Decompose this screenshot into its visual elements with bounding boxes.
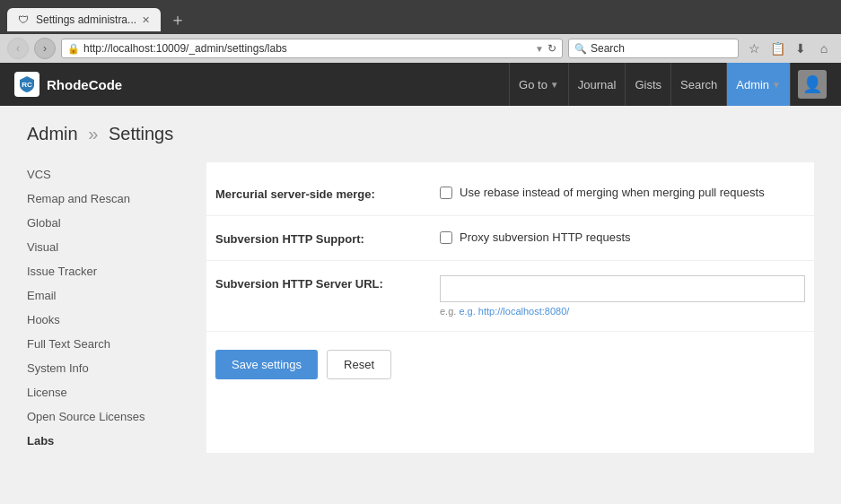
browser-chrome: 🛡 Settings administra... ✕ ＋	[0, 0, 841, 34]
tab-favicon: 🛡	[18, 13, 31, 26]
svn-http-checkbox-row: Proxy subversion HTTP requests	[440, 230, 805, 244]
svn-url-hint-link[interactable]: e.g. http://localhost:8080/	[459, 306, 569, 317]
mercurial-merge-control: Use rebase instead of merging when mergi…	[440, 186, 805, 199]
nav-goto[interactable]: Go to ▼	[509, 63, 569, 106]
settings-main: Mercurial server-side merge: Use rebase …	[206, 162, 814, 453]
admin-arrow-icon: ▼	[772, 80, 781, 90]
form-actions: Save settings Reset	[206, 332, 814, 397]
new-tab-button[interactable]: ＋	[162, 5, 193, 34]
save-settings-button[interactable]: Save settings	[215, 350, 318, 379]
svn-url-input[interactable]	[440, 275, 805, 302]
settings-form: Mercurial server-side merge: Use rebase …	[206, 162, 814, 406]
url-security-icon: 🔒	[67, 43, 80, 55]
sidebar-item-vcs[interactable]: VCS	[27, 162, 188, 187]
app-logo-text: RhodeCode	[47, 77, 122, 92]
avatar-icon: 👤	[802, 74, 822, 94]
browser-search-text: Search	[591, 42, 625, 55]
tab-title: Settings administra...	[36, 13, 136, 26]
app-logo[interactable]: RC RhodeCode	[14, 72, 122, 97]
mercurial-merge-checkbox[interactable]	[440, 187, 452, 199]
tab-close-button[interactable]: ✕	[142, 14, 150, 26]
svg-text:RC: RC	[22, 81, 32, 89]
goto-arrow-icon: ▼	[550, 80, 559, 90]
svn-http-checkbox[interactable]	[440, 231, 452, 244]
mercurial-merge-checkbox-label: Use rebase instead of merging when mergi…	[460, 186, 765, 199]
browser-search-icon: 🔍	[574, 43, 587, 55]
nav-gists-label: Gists	[635, 78, 661, 91]
download-icon[interactable]: ⬇	[791, 39, 810, 58]
breadcrumb-settings: Settings	[109, 124, 173, 143]
sidebar-item-license[interactable]: License	[27, 380, 188, 404]
logo-shield-icon: RC	[14, 72, 39, 97]
forward-button[interactable]: ›	[34, 38, 56, 59]
nav-search-label: Search	[680, 78, 717, 91]
page-content: Admin » Settings VCS Remap and Rescan Gl…	[0, 106, 841, 504]
nav-journal[interactable]: Journal	[569, 63, 626, 106]
mercurial-merge-label: Mercurial server-side merge:	[215, 186, 422, 201]
bookmarks-icon[interactable]: ☆	[744, 39, 764, 58]
sidebar-item-email[interactable]: Email	[27, 283, 188, 308]
reader-icon[interactable]: 📋	[767, 39, 787, 58]
browser-toolbar: ‹ › 🔒 http://localhost:10009/_admin/sett…	[0, 34, 841, 63]
reset-button[interactable]: Reset	[327, 350, 391, 379]
url-dropdown-icon[interactable]: ▼	[535, 44, 544, 54]
sidebar-item-global[interactable]: Global	[27, 211, 188, 235]
nav-admin[interactable]: Admin ▼	[727, 63, 791, 106]
svn-http-support-label: Subversion HTTP Support:	[215, 230, 422, 246]
browser-search-bar[interactable]: 🔍 Search	[568, 39, 739, 58]
content-layout: VCS Remap and Rescan Global Visual Issue…	[27, 162, 814, 453]
app-nav: Go to ▼ Journal Gists Search Admin ▼ 👤	[509, 63, 827, 106]
sidebar-item-open-source[interactable]: Open Source Licenses	[27, 404, 188, 429]
nav-search[interactable]: Search	[671, 63, 727, 106]
svn-url-row: Subversion HTTP Server URL: e.g. e.g. ht…	[206, 261, 814, 332]
svn-http-support-row: Subversion HTTP Support: Proxy subversio…	[206, 216, 814, 261]
nav-admin-label: Admin	[736, 78, 769, 91]
sidebar-item-full-text-search[interactable]: Full Text Search	[27, 332, 188, 356]
sidebar-item-remap[interactable]: Remap and Rescan	[27, 187, 188, 211]
breadcrumb-separator: »	[88, 124, 98, 143]
svn-url-hint: e.g. e.g. http://localhost:8080/	[440, 306, 805, 317]
sidebar-item-system-info[interactable]: System Info	[27, 356, 188, 380]
active-tab: 🛡 Settings administra... ✕	[7, 8, 161, 31]
nav-gists[interactable]: Gists	[626, 63, 671, 106]
user-avatar[interactable]: 👤	[798, 70, 827, 99]
url-bar[interactable]: 🔒 http://localhost:10009/_admin/settings…	[61, 39, 563, 58]
refresh-button[interactable]: ↻	[548, 42, 556, 55]
svn-url-label: Subversion HTTP Server URL:	[215, 275, 422, 291]
page-title: Admin » Settings	[27, 124, 814, 144]
nav-journal-label: Journal	[578, 78, 617, 91]
app-header: RC RhodeCode Go to ▼ Journal Gists Searc…	[0, 63, 841, 106]
home-icon[interactable]: ⌂	[814, 39, 834, 58]
mercurial-merge-checkbox-row: Use rebase instead of merging when mergi…	[440, 186, 805, 199]
back-button[interactable]: ‹	[7, 38, 29, 59]
url-text: http://localhost:10009/_admin/settings/l…	[83, 42, 531, 55]
browser-tabs: 🛡 Settings administra... ✕ ＋	[7, 5, 834, 34]
svn-http-checkbox-label: Proxy subversion HTTP requests	[460, 230, 631, 244]
nav-goto-label: Go to	[519, 78, 548, 91]
breadcrumb-admin: Admin	[27, 124, 78, 143]
rhodecode-logo-svg: RC	[18, 75, 36, 93]
settings-sidebar: VCS Remap and Rescan Global Visual Issue…	[27, 162, 206, 453]
sidebar-item-hooks[interactable]: Hooks	[27, 308, 188, 332]
svn-url-control: e.g. e.g. http://localhost:8080/	[440, 275, 805, 317]
browser-toolbar-icons: ☆ 📋 ⬇ ⌂	[744, 39, 834, 58]
sidebar-item-labs[interactable]: Labs	[27, 429, 188, 453]
svn-http-support-control: Proxy subversion HTTP requests	[440, 230, 805, 244]
sidebar-item-issue-tracker[interactable]: Issue Tracker	[27, 259, 188, 283]
sidebar-item-visual[interactable]: Visual	[27, 235, 188, 259]
mercurial-merge-row: Mercurial server-side merge: Use rebase …	[206, 171, 814, 216]
